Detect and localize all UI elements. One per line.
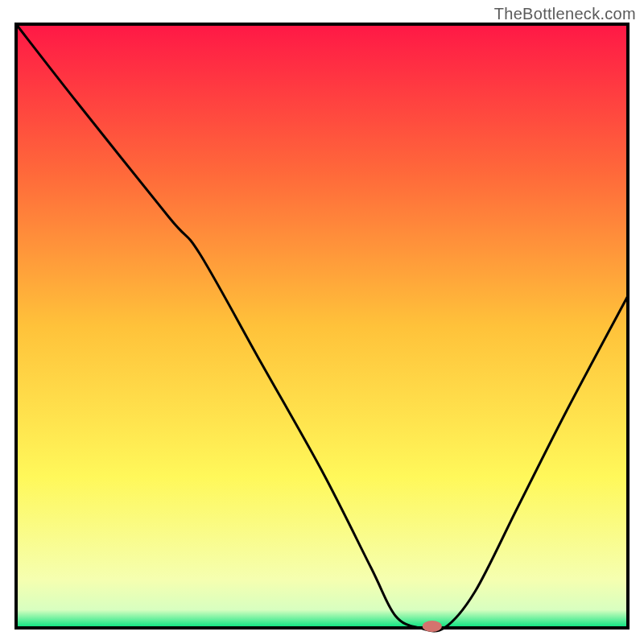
bottleneck-chart bbox=[0, 0, 644, 644]
watermark-label: TheBottleneck.com bbox=[494, 5, 636, 23]
optimal-point-marker bbox=[423, 621, 442, 632]
plot-background bbox=[16, 24, 628, 628]
chart-container: TheBottleneck.com bbox=[0, 0, 644, 644]
